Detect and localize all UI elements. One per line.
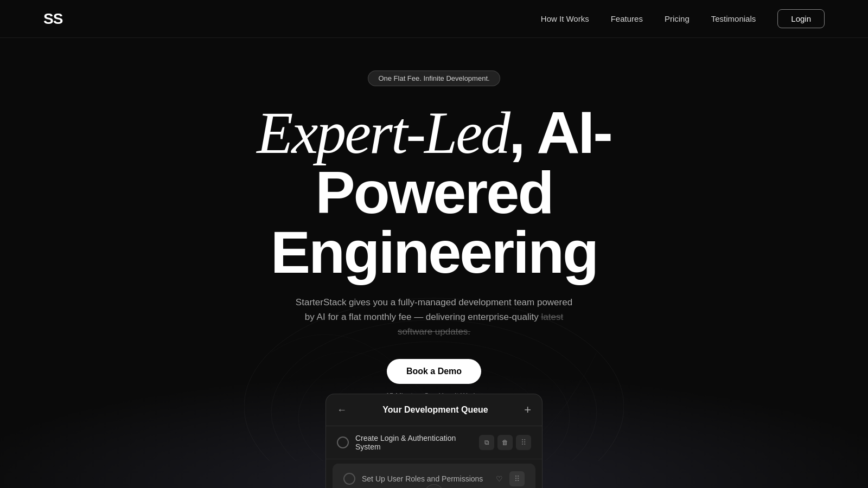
hero-subtitle-normal: StarterStack gives you a fully-managed d… bbox=[296, 297, 572, 322]
hero-title-separator: , bbox=[509, 99, 537, 165]
item-checkbox-1[interactable] bbox=[337, 436, 349, 448]
hero-title: Expert-Led, AI-Powered Engineering bbox=[190, 102, 678, 282]
back-icon[interactable]: ← bbox=[337, 404, 347, 416]
dashboard-preview: ← Your Development Queue + Create Login … bbox=[326, 394, 542, 488]
drag-icon-2[interactable]: ⠿ bbox=[509, 471, 525, 486]
copy-icon[interactable]: ⧉ bbox=[479, 435, 494, 450]
logo-text: SS bbox=[43, 10, 62, 28]
dashboard-header: ← Your Development Queue + bbox=[326, 394, 542, 426]
nav-links: How It Works Features Pricing Testimonia… bbox=[541, 9, 825, 28]
hero-section: One Flat Fee. Infinite Development. Expe… bbox=[0, 38, 868, 400]
nav-how-it-works[interactable]: How It Works bbox=[541, 14, 589, 23]
dashboard-queue-item-1: Create Login & Authentication System ⧉ 🗑… bbox=[326, 426, 542, 459]
nav-pricing[interactable]: Pricing bbox=[665, 14, 690, 23]
navbar: SS How It Works Features Pricing Testimo… bbox=[0, 0, 868, 38]
item-checkbox-2[interactable] bbox=[343, 473, 355, 485]
delete-icon[interactable]: 🗑 bbox=[497, 435, 513, 450]
drag-icon[interactable]: ⠿ bbox=[516, 435, 531, 450]
add-icon[interactable]: + bbox=[524, 403, 531, 417]
hero-title-italic: Expert-Led bbox=[257, 100, 509, 166]
login-button[interactable]: Login bbox=[777, 9, 825, 28]
hero-badge: One Flat Fee. Infinite Development. bbox=[368, 70, 500, 86]
hero-subtitle: StarterStack gives you a fully-managed d… bbox=[293, 295, 575, 339]
book-demo-button[interactable]: Book a Demo bbox=[387, 359, 481, 384]
item-actions-1: ⧉ 🗑 ⠿ bbox=[479, 435, 531, 450]
nav-testimonials[interactable]: Testimonials bbox=[711, 14, 756, 23]
item-label-2: Set Up User Roles and Permissions bbox=[362, 474, 489, 483]
hero-title-bold-line2: Engineering bbox=[271, 219, 598, 285]
item-label-1: Create Login & Authentication System bbox=[355, 434, 473, 451]
dashboard-title: Your Development Queue bbox=[382, 405, 488, 415]
nav-features[interactable]: Features bbox=[611, 14, 643, 23]
logo[interactable]: SS bbox=[43, 10, 62, 28]
heart-icon: ♡ bbox=[496, 474, 503, 483]
